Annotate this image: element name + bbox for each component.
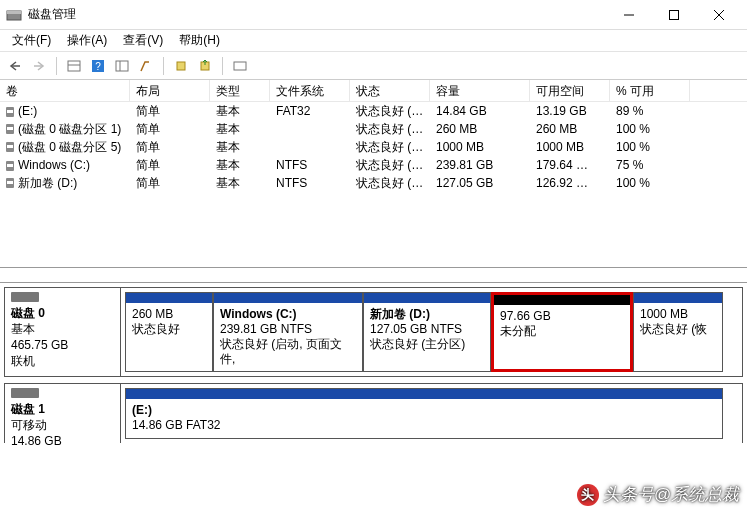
graphical-pane: 磁盘 0 基本 465.75 GB 联机 260 MB状态良好Windows (…	[0, 283, 747, 453]
close-button[interactable]	[696, 0, 741, 29]
svg-rect-3	[669, 10, 678, 19]
svg-text:?: ?	[95, 61, 101, 72]
menubar: 文件(F) 操作(A) 查看(V) 帮助(H)	[0, 30, 747, 52]
toolbar-icon-7[interactable]	[229, 55, 251, 77]
table-row[interactable]: 新加卷 (D:)简单基本NTFS状态良好 (…127.05 GB126.92 ……	[0, 174, 747, 192]
disk-1-row[interactable]: 磁盘 1 可移动 14.86 GB (E:)14.86 GB FAT32	[4, 383, 743, 443]
col-fs[interactable]: 文件系统	[270, 80, 350, 101]
forward-button[interactable]	[28, 55, 50, 77]
disk-1-size: 14.86 GB	[11, 433, 114, 449]
disk-icon	[11, 292, 39, 302]
disk-0-info: 磁盘 0 基本 465.75 GB 联机	[5, 288, 121, 376]
watermark-logo-icon: 头	[577, 484, 599, 506]
table-row[interactable]: (磁盘 0 磁盘分区 1)简单基本状态良好 (…260 MB260 MB100 …	[0, 120, 747, 138]
col-type[interactable]: 类型	[210, 80, 270, 101]
titlebar: 磁盘管理	[0, 0, 747, 30]
col-layout[interactable]: 布局	[130, 80, 210, 101]
disk-1-info: 磁盘 1 可移动 14.86 GB	[5, 384, 121, 443]
volume-icon	[6, 161, 14, 171]
partition[interactable]: Windows (C:)239.81 GB NTFS状态良好 (启动, 页面文件…	[213, 292, 363, 372]
partition[interactable]: (E:)14.86 GB FAT32	[125, 388, 723, 439]
svg-rect-14	[177, 62, 185, 70]
list-header: 卷 布局 类型 文件系统 状态 容量 可用空间 % 可用	[0, 80, 747, 102]
disk-1-kind: 可移动	[11, 417, 114, 433]
disk-0-size: 465.75 GB	[11, 337, 114, 353]
maximize-button[interactable]	[651, 0, 696, 29]
disk-0-state: 联机	[11, 353, 114, 369]
disk-0-row[interactable]: 磁盘 0 基本 465.75 GB 联机 260 MB状态良好Windows (…	[4, 287, 743, 377]
volume-icon	[6, 142, 14, 152]
disk-0-label: 磁盘 0	[11, 305, 114, 321]
watermark-text: 头条号@系统总裁	[603, 483, 739, 506]
volume-icon	[6, 124, 14, 134]
toolbar-icon-5[interactable]	[170, 55, 192, 77]
toolbar-icon-2[interactable]: ?	[87, 55, 109, 77]
table-row[interactable]: (磁盘 0 磁盘分区 5)简单基本状态良好 (…1000 MB1000 MB10…	[0, 138, 747, 156]
partition[interactable]: 260 MB状态良好	[125, 292, 213, 372]
disk-icon	[11, 388, 39, 398]
toolbar: ?	[0, 52, 747, 80]
back-button[interactable]	[4, 55, 26, 77]
table-row[interactable]: (E:)简单基本FAT32状态良好 (…14.84 GB13.19 GB89 %	[0, 102, 747, 120]
disk-0-kind: 基本	[11, 321, 114, 337]
partition[interactable]: 1000 MB状态良好 (恢	[633, 292, 723, 372]
window-title: 磁盘管理	[28, 6, 606, 23]
splitter[interactable]	[0, 267, 747, 283]
volume-icon	[6, 178, 14, 188]
table-row[interactable]: Windows (C:)简单基本NTFS状态良好 (…239.81 GB179.…	[0, 156, 747, 174]
toolbar-icon-1[interactable]	[63, 55, 85, 77]
svg-rect-12	[116, 61, 128, 71]
volume-list: 卷 布局 类型 文件系统 状态 容量 可用空间 % 可用 (E:)简单基本FAT…	[0, 80, 747, 267]
svg-rect-8	[68, 61, 80, 71]
toolbar-icon-3[interactable]	[111, 55, 133, 77]
watermark: 头 头条号@系统总裁	[577, 483, 739, 506]
svg-rect-1	[7, 11, 21, 14]
disk-1-label: 磁盘 1	[11, 401, 114, 417]
partition[interactable]: 新加卷 (D:)127.05 GB NTFS状态良好 (主分区)	[363, 292, 491, 372]
partition[interactable]: 97.66 GB未分配	[491, 292, 633, 372]
menu-view[interactable]: 查看(V)	[115, 30, 171, 51]
svg-rect-16	[234, 62, 246, 70]
app-icon	[6, 7, 22, 23]
toolbar-icon-4[interactable]	[135, 55, 157, 77]
menu-file[interactable]: 文件(F)	[4, 30, 59, 51]
col-capacity[interactable]: 容量	[430, 80, 530, 101]
menu-action[interactable]: 操作(A)	[59, 30, 115, 51]
col-volume[interactable]: 卷	[0, 80, 130, 101]
col-status[interactable]: 状态	[350, 80, 430, 101]
col-free[interactable]: 可用空间	[530, 80, 610, 101]
col-pct[interactable]: % 可用	[610, 80, 690, 101]
menu-help[interactable]: 帮助(H)	[171, 30, 228, 51]
volume-icon	[6, 107, 14, 117]
toolbar-icon-6[interactable]	[194, 55, 216, 77]
minimize-button[interactable]	[606, 0, 651, 29]
